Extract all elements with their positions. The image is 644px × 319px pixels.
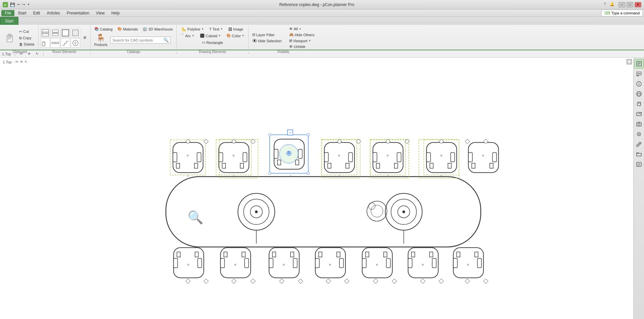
pen-button[interactable] — [634, 140, 644, 149]
photo-button[interactable] — [634, 119, 644, 129]
minimize-button[interactable]: ─ — [619, 2, 625, 7]
room-el-outer-wall[interactable] — [61, 28, 70, 38]
rectangle-button[interactable]: ▭ Rectangle — [200, 40, 225, 45]
hide-selection-button[interactable]: 👁‍🗨 Hide Selection — [251, 38, 283, 44]
sunlight-button[interactable] — [634, 129, 644, 139]
dropdown-icon[interactable]: ▼ — [27, 3, 30, 6]
menu-start[interactable]: Start — [14, 10, 30, 16]
svg-marker-167 — [326, 279, 331, 283]
svg-text:🔍: 🔍 — [187, 210, 204, 225]
svg-rect-137 — [477, 258, 481, 268]
delete-button[interactable]: 🗑 Delete — [17, 42, 36, 47]
list-button[interactable] — [634, 160, 644, 169]
cut-icon: ✂ — [19, 30, 22, 34]
layer-filter-button[interactable]: ⊟ Layer Filter — [251, 32, 283, 38]
all-dropdown-icon[interactable]: ▼ — [299, 28, 302, 31]
room-settings-button[interactable]: ⚙ — [82, 35, 88, 41]
notify-icon[interactable]: 🔔 — [610, 2, 614, 7]
text-dropdown-icon[interactable]: ▼ — [220, 28, 223, 31]
sun-icon[interactable]: ☀ — [26, 51, 32, 56]
svg-text:+: + — [289, 131, 291, 135]
svg-point-59 — [307, 134, 310, 136]
materials-button[interactable]: 🎨 Materials — [116, 26, 140, 32]
viewport-button[interactable]: ⊞ Viewport ▼ — [287, 38, 316, 44]
color-dropdown-icon[interactable]: ▼ — [242, 34, 245, 37]
properties-button[interactable] — [634, 59, 644, 68]
cuboid-dropdown-icon[interactable]: ▼ — [218, 34, 221, 37]
arc-dropdown-icon[interactable]: ▼ — [192, 34, 195, 37]
copy-button[interactable]: ⧉ Copy — [17, 35, 36, 41]
cuboid-label: Cuboid — [206, 34, 217, 38]
color-icon: 🎨 — [226, 34, 231, 38]
cuboid-button[interactable]: ⬛ Cuboid ▼ — [198, 33, 223, 39]
text-button[interactable]: T Text ▼ — [208, 26, 225, 32]
polyline-dropdown-icon[interactable]: ▼ — [201, 28, 204, 31]
svg-line-202 — [640, 135, 641, 136]
menu-presentation[interactable]: Presentation — [63, 10, 93, 16]
svg-marker-168 — [344, 279, 349, 283]
color-button[interactable]: 🎨 Color ▼ — [225, 33, 246, 39]
pencil-tool-icon[interactable]: ✏ — [15, 60, 18, 64]
menu-view[interactable]: View — [93, 10, 108, 16]
title-bar: P 💾 ↩ ↪ ▼ Reference copies.dwg - pCon.pl… — [0, 0, 644, 9]
hide-others-button[interactable]: 🙈 Hide Others — [287, 32, 316, 38]
svg-point-83 — [387, 155, 389, 157]
arc-button[interactable]: ⌒ Arc ▼ — [179, 33, 196, 39]
svg-point-196 — [638, 133, 640, 136]
render-button[interactable] — [634, 109, 644, 119]
cut-button[interactable]: ✂ Cut — [17, 29, 36, 35]
menu-articles[interactable]: Articles — [43, 10, 63, 16]
menu-help[interactable]: Help — [108, 10, 123, 16]
view-name: 1.Top — [3, 60, 12, 64]
products-button[interactable]: 🪑 Products — [93, 33, 109, 48]
cad-search-input[interactable] — [112, 38, 162, 42]
svg-rect-4 — [8, 36, 12, 37]
room-el-door[interactable] — [41, 38, 50, 48]
redo-icon[interactable]: ↪ — [22, 2, 25, 7]
close-button[interactable]: ✕ — [635, 2, 641, 7]
viewport-dropdown-icon[interactable]: ▼ — [308, 39, 311, 42]
copy-icon: ⧉ — [19, 36, 22, 40]
undo-icon[interactable]: ↩ — [17, 2, 20, 7]
window-controls: ? 🔔 ─ □ ✕ — [604, 2, 641, 7]
room-el-stair[interactable] — [61, 38, 70, 48]
canvas-area[interactable]: + ⊕ — [0, 58, 633, 319]
cad-search-box[interactable]: 🔍 — [110, 37, 171, 44]
info-button[interactable] — [634, 79, 644, 89]
ribbon: Start ✂ Cut — [0, 17, 644, 50]
layers-button[interactable] — [634, 69, 644, 78]
all-label: All — [294, 27, 298, 31]
image-button[interactable]: 🖼 Image — [227, 26, 245, 32]
canvas-maximize-button[interactable] — [627, 59, 632, 65]
view-label: 1.Top · ✏ ☀ ↖ — [3, 60, 28, 64]
type-command-input[interactable]: ⌨ Type a command — [601, 10, 643, 16]
all-button[interactable]: 👁 All ▼ — [287, 26, 316, 32]
sun-tool-icon[interactable]: ☀ — [20, 60, 23, 64]
text-icon: T — [209, 27, 212, 31]
menu-edit[interactable]: Edit — [30, 10, 44, 16]
warehouse-button[interactable]: 🏢 3D Warehouse — [141, 26, 174, 32]
folder-button[interactable] — [634, 150, 644, 159]
svg-rect-75 — [348, 153, 353, 162]
maximize-button[interactable]: □ — [627, 2, 633, 7]
unhide-button[interactable]: 👁 Unhide — [287, 44, 316, 49]
room-el-other[interactable] — [71, 38, 80, 48]
save-icon[interactable]: 💾 — [10, 2, 15, 7]
3dview-button[interactable] — [634, 99, 644, 109]
catalog-button[interactable]: 📚 Catalog — [93, 26, 114, 32]
menu-file[interactable]: File — [1, 10, 14, 16]
cursor-icon[interactable]: ↖ — [35, 51, 40, 56]
title-text: Reference copies.dwg - pCon.planner Pro — [30, 2, 604, 7]
polyline-button[interactable]: 📐 Polyline ▼ — [180, 26, 206, 32]
help-icon[interactable]: ? — [604, 2, 606, 7]
paste-button[interactable] — [3, 32, 16, 44]
map-button[interactable] — [634, 89, 644, 99]
room-el-floor[interactable] — [71, 28, 80, 38]
room-el-window[interactable] — [51, 38, 60, 48]
cursor-tool-icon[interactable]: ↖ — [24, 60, 28, 64]
room-el-inner-wall[interactable] — [51, 28, 60, 38]
cut-label: Cut — [23, 30, 29, 34]
pencil-icon[interactable]: ✏ — [19, 51, 24, 56]
tab-start[interactable]: Start — [0, 17, 18, 25]
room-el-wall[interactable] — [41, 28, 50, 38]
